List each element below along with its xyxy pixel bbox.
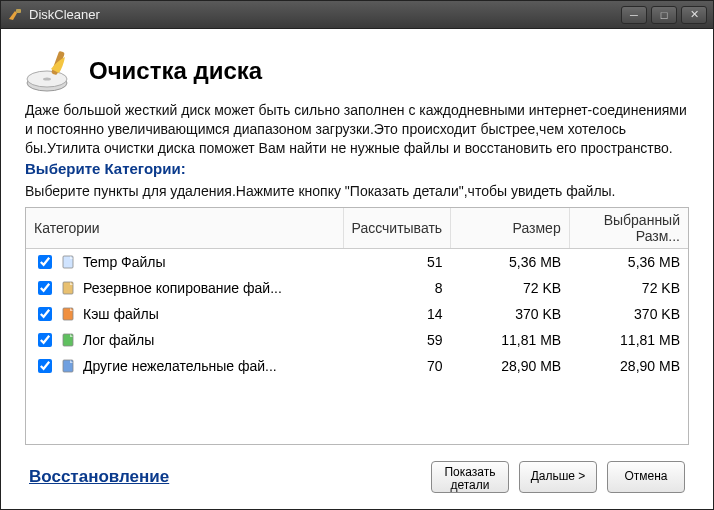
col-count[interactable]: Рассчитывать (343, 208, 451, 249)
row-selected-size: 5,36 MB (569, 248, 688, 275)
svg-rect-0 (16, 9, 21, 13)
junk-icon (61, 358, 77, 374)
svg-point-3 (43, 77, 51, 80)
row-count: 59 (343, 327, 451, 353)
disk-cleaner-icon (25, 47, 77, 95)
row-size: 5,36 MB (451, 248, 570, 275)
row-name: Temp Файлы (83, 254, 166, 270)
table-row[interactable]: Резервное копирование фай...872 KB72 KB (26, 275, 688, 301)
row-size: 72 KB (451, 275, 570, 301)
content-area: Очистка диска Даже большой жесткий диск … (7, 35, 707, 503)
section-hint: Выберите пункты для удаления.Нажмите кно… (25, 183, 689, 199)
maximize-button[interactable]: □ (651, 6, 677, 24)
row-count: 8 (343, 275, 451, 301)
row-count: 70 (343, 353, 451, 379)
close-button[interactable]: ✕ (681, 6, 707, 24)
show-details-button[interactable]: Показать детали (431, 461, 509, 493)
row-selected-size: 370 KB (569, 301, 688, 327)
table-row[interactable]: Лог файлы5911,81 MB11,81 MB (26, 327, 688, 353)
row-name: Другие нежелательные фай... (83, 358, 277, 374)
col-selected-size[interactable]: Выбранный Разм... (569, 208, 688, 249)
row-selected-size: 28,90 MB (569, 353, 688, 379)
row-checkbox[interactable] (38, 307, 52, 321)
categories-table: Категории Рассчитывать Размер Выбранный … (25, 207, 689, 445)
row-count: 14 (343, 301, 451, 327)
file-icon (61, 254, 77, 270)
table-row[interactable]: Кэш файлы14370 KB370 KB (26, 301, 688, 327)
cancel-button[interactable]: Отмена (607, 461, 685, 493)
description-text: Даже большой жесткий диск может быть сил… (25, 101, 689, 158)
col-size[interactable]: Размер (451, 208, 570, 249)
titlebar[interactable]: DiskCleaner ─ □ ✕ (1, 1, 713, 29)
log-icon (61, 332, 77, 348)
table-row[interactable]: Другие нежелательные фай...7028,90 MB28,… (26, 353, 688, 379)
restore-link[interactable]: Восстановление (29, 467, 169, 487)
row-name: Лог файлы (83, 332, 154, 348)
header: Очистка диска (25, 47, 689, 95)
app-icon (7, 7, 23, 23)
row-checkbox[interactable] (38, 333, 52, 347)
row-selected-size: 72 KB (569, 275, 688, 301)
table-header-row: Категории Рассчитывать Размер Выбранный … (26, 208, 688, 249)
row-size: 28,90 MB (451, 353, 570, 379)
row-count: 51 (343, 248, 451, 275)
window-title: DiskCleaner (29, 7, 617, 22)
row-checkbox[interactable] (38, 359, 52, 373)
row-selected-size: 11,81 MB (569, 327, 688, 353)
row-checkbox[interactable] (38, 255, 52, 269)
next-button[interactable]: Дальше > (519, 461, 597, 493)
row-name: Кэш файлы (83, 306, 159, 322)
col-category[interactable]: Категории (26, 208, 343, 249)
row-checkbox[interactable] (38, 281, 52, 295)
backup-icon (61, 280, 77, 296)
row-size: 11,81 MB (451, 327, 570, 353)
footer: Восстановление Показать детали Дальше > … (25, 455, 689, 495)
table-row[interactable]: Temp Файлы515,36 MB5,36 MB (26, 248, 688, 275)
section-label: Выберите Категории: (25, 160, 689, 177)
row-size: 370 KB (451, 301, 570, 327)
row-name: Резервное копирование фай... (83, 280, 282, 296)
minimize-button[interactable]: ─ (621, 6, 647, 24)
page-title: Очистка диска (89, 57, 262, 85)
cache-icon (61, 306, 77, 322)
app-window: DiskCleaner ─ □ ✕ Очистка диска Даже бол… (0, 0, 714, 510)
